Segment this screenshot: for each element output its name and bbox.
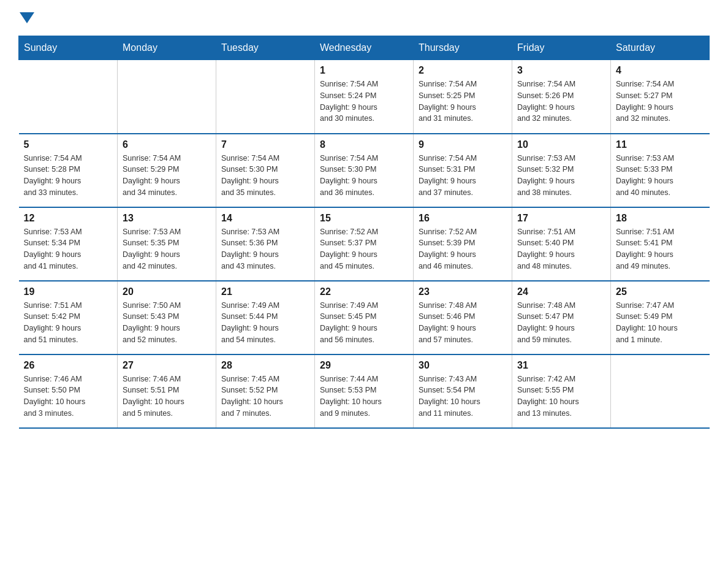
column-header-friday: Friday bbox=[512, 36, 611, 60]
day-info: Sunrise: 7:54 AM Sunset: 5:27 PM Dayligh… bbox=[616, 79, 705, 124]
day-number: 6 bbox=[123, 139, 211, 150]
day-info: Sunrise: 7:53 AM Sunset: 5:33 PM Dayligh… bbox=[616, 153, 705, 199]
day-number: 30 bbox=[419, 360, 507, 371]
day-number: 20 bbox=[123, 286, 211, 297]
day-info: Sunrise: 7:52 AM Sunset: 5:37 PM Dayligh… bbox=[320, 226, 408, 272]
day-info: Sunrise: 7:49 AM Sunset: 5:44 PM Dayligh… bbox=[221, 300, 309, 346]
day-number: 11 bbox=[616, 139, 705, 150]
day-number: 5 bbox=[24, 139, 113, 150]
calendar-cell: 11Sunrise: 7:53 AM Sunset: 5:33 PM Dayli… bbox=[611, 134, 710, 207]
calendar-cell: 22Sunrise: 7:49 AM Sunset: 5:45 PM Dayli… bbox=[315, 281, 414, 354]
day-info: Sunrise: 7:52 AM Sunset: 5:39 PM Dayligh… bbox=[419, 226, 507, 272]
calendar-cell: 24Sunrise: 7:48 AM Sunset: 5:47 PM Dayli… bbox=[512, 281, 611, 354]
column-header-saturday: Saturday bbox=[611, 36, 710, 60]
calendar-cell: 26Sunrise: 7:46 AM Sunset: 5:50 PM Dayli… bbox=[19, 354, 118, 428]
column-header-sunday: Sunday bbox=[19, 36, 118, 60]
day-info: Sunrise: 7:51 AM Sunset: 5:40 PM Dayligh… bbox=[517, 226, 605, 272]
day-number: 28 bbox=[221, 360, 309, 371]
calendar-cell: 13Sunrise: 7:53 AM Sunset: 5:35 PM Dayli… bbox=[118, 207, 216, 281]
page-header bbox=[18, 12, 710, 23]
day-number: 14 bbox=[221, 213, 309, 224]
day-number: 19 bbox=[24, 286, 113, 297]
day-info: Sunrise: 7:48 AM Sunset: 5:46 PM Dayligh… bbox=[419, 300, 507, 346]
day-info: Sunrise: 7:53 AM Sunset: 5:35 PM Dayligh… bbox=[123, 226, 211, 272]
day-info: Sunrise: 7:44 AM Sunset: 5:53 PM Dayligh… bbox=[320, 373, 408, 419]
calendar-cell: 25Sunrise: 7:47 AM Sunset: 5:49 PM Dayli… bbox=[611, 281, 710, 354]
calendar-cell: 3Sunrise: 7:54 AM Sunset: 5:26 PM Daylig… bbox=[512, 60, 611, 134]
day-number: 3 bbox=[517, 65, 605, 76]
day-info: Sunrise: 7:45 AM Sunset: 5:52 PM Dayligh… bbox=[221, 373, 309, 419]
calendar-cell: 19Sunrise: 7:51 AM Sunset: 5:42 PM Dayli… bbox=[19, 281, 118, 354]
calendar-cell: 16Sunrise: 7:52 AM Sunset: 5:39 PM Dayli… bbox=[414, 207, 512, 281]
day-number: 22 bbox=[320, 286, 408, 297]
calendar-cell: 20Sunrise: 7:50 AM Sunset: 5:43 PM Dayli… bbox=[118, 281, 216, 354]
day-number: 27 bbox=[123, 360, 211, 371]
day-info: Sunrise: 7:53 AM Sunset: 5:36 PM Dayligh… bbox=[221, 226, 309, 272]
calendar-week-row: 12Sunrise: 7:53 AM Sunset: 5:34 PM Dayli… bbox=[19, 207, 710, 281]
calendar-cell: 28Sunrise: 7:45 AM Sunset: 5:52 PM Dayli… bbox=[216, 354, 315, 428]
calendar-cell: 6Sunrise: 7:54 AM Sunset: 5:29 PM Daylig… bbox=[118, 134, 216, 207]
calendar-cell bbox=[118, 60, 216, 134]
calendar-cell: 7Sunrise: 7:54 AM Sunset: 5:30 PM Daylig… bbox=[216, 134, 315, 207]
column-header-monday: Monday bbox=[118, 36, 216, 60]
day-number: 18 bbox=[616, 213, 705, 224]
day-info: Sunrise: 7:42 AM Sunset: 5:55 PM Dayligh… bbox=[517, 373, 605, 419]
calendar-cell: 23Sunrise: 7:48 AM Sunset: 5:46 PM Dayli… bbox=[414, 281, 512, 354]
calendar-week-row: 19Sunrise: 7:51 AM Sunset: 5:42 PM Dayli… bbox=[19, 281, 710, 354]
calendar-cell: 17Sunrise: 7:51 AM Sunset: 5:40 PM Dayli… bbox=[512, 207, 611, 281]
day-number: 15 bbox=[320, 213, 408, 224]
day-number: 10 bbox=[517, 139, 605, 150]
day-info: Sunrise: 7:51 AM Sunset: 5:41 PM Dayligh… bbox=[616, 226, 705, 272]
calendar-table: SundayMondayTuesdayWednesdayThursdayFrid… bbox=[18, 36, 710, 429]
day-info: Sunrise: 7:54 AM Sunset: 5:26 PM Dayligh… bbox=[517, 79, 605, 124]
calendar-week-row: 26Sunrise: 7:46 AM Sunset: 5:50 PM Dayli… bbox=[19, 354, 710, 428]
day-number: 17 bbox=[517, 213, 605, 224]
day-number: 26 bbox=[24, 360, 113, 371]
day-info: Sunrise: 7:54 AM Sunset: 5:25 PM Dayligh… bbox=[419, 79, 507, 124]
day-info: Sunrise: 7:48 AM Sunset: 5:47 PM Dayligh… bbox=[517, 300, 605, 346]
day-info: Sunrise: 7:50 AM Sunset: 5:43 PM Dayligh… bbox=[123, 300, 211, 346]
day-number: 7 bbox=[221, 139, 309, 150]
day-number: 29 bbox=[320, 360, 408, 371]
calendar-cell: 30Sunrise: 7:43 AM Sunset: 5:54 PM Dayli… bbox=[414, 354, 512, 428]
calendar-cell bbox=[19, 60, 118, 134]
day-number: 21 bbox=[221, 286, 309, 297]
day-number: 9 bbox=[419, 139, 507, 150]
day-number: 23 bbox=[419, 286, 507, 297]
calendar-cell bbox=[611, 354, 710, 428]
column-header-tuesday: Tuesday bbox=[216, 36, 315, 60]
column-header-thursday: Thursday bbox=[414, 36, 512, 60]
day-info: Sunrise: 7:46 AM Sunset: 5:51 PM Dayligh… bbox=[123, 373, 211, 419]
calendar-cell: 10Sunrise: 7:53 AM Sunset: 5:32 PM Dayli… bbox=[512, 134, 611, 207]
logo-arrow-icon bbox=[20, 12, 34, 23]
day-info: Sunrise: 7:54 AM Sunset: 5:24 PM Dayligh… bbox=[320, 79, 408, 124]
day-number: 25 bbox=[616, 286, 705, 297]
calendar-cell: 9Sunrise: 7:54 AM Sunset: 5:31 PM Daylig… bbox=[414, 134, 512, 207]
day-info: Sunrise: 7:54 AM Sunset: 5:31 PM Dayligh… bbox=[419, 153, 507, 199]
calendar-cell: 31Sunrise: 7:42 AM Sunset: 5:55 PM Dayli… bbox=[512, 354, 611, 428]
day-info: Sunrise: 7:54 AM Sunset: 5:29 PM Dayligh… bbox=[123, 153, 211, 199]
calendar-cell: 29Sunrise: 7:44 AM Sunset: 5:53 PM Dayli… bbox=[315, 354, 414, 428]
calendar-cell: 2Sunrise: 7:54 AM Sunset: 5:25 PM Daylig… bbox=[414, 60, 512, 134]
day-number: 2 bbox=[419, 65, 507, 76]
day-number: 24 bbox=[517, 286, 605, 297]
calendar-cell: 12Sunrise: 7:53 AM Sunset: 5:34 PM Dayli… bbox=[19, 207, 118, 281]
day-info: Sunrise: 7:51 AM Sunset: 5:42 PM Dayligh… bbox=[24, 300, 113, 346]
day-number: 13 bbox=[123, 213, 211, 224]
day-info: Sunrise: 7:53 AM Sunset: 5:34 PM Dayligh… bbox=[24, 226, 113, 272]
calendar-cell: 4Sunrise: 7:54 AM Sunset: 5:27 PM Daylig… bbox=[611, 60, 710, 134]
column-header-wednesday: Wednesday bbox=[315, 36, 414, 60]
calendar-week-row: 1Sunrise: 7:54 AM Sunset: 5:24 PM Daylig… bbox=[19, 60, 710, 134]
day-info: Sunrise: 7:46 AM Sunset: 5:50 PM Dayligh… bbox=[24, 373, 113, 419]
calendar-header-row: SundayMondayTuesdayWednesdayThursdayFrid… bbox=[19, 36, 710, 60]
day-info: Sunrise: 7:54 AM Sunset: 5:28 PM Dayligh… bbox=[24, 153, 113, 199]
day-info: Sunrise: 7:47 AM Sunset: 5:49 PM Dayligh… bbox=[616, 300, 705, 346]
day-number: 8 bbox=[320, 139, 408, 150]
logo bbox=[18, 12, 36, 23]
calendar-cell: 1Sunrise: 7:54 AM Sunset: 5:24 PM Daylig… bbox=[315, 60, 414, 134]
day-info: Sunrise: 7:54 AM Sunset: 5:30 PM Dayligh… bbox=[320, 153, 408, 199]
calendar-cell: 18Sunrise: 7:51 AM Sunset: 5:41 PM Dayli… bbox=[611, 207, 710, 281]
day-number: 12 bbox=[24, 213, 113, 224]
calendar-cell: 27Sunrise: 7:46 AM Sunset: 5:51 PM Dayli… bbox=[118, 354, 216, 428]
day-number: 1 bbox=[320, 65, 408, 76]
